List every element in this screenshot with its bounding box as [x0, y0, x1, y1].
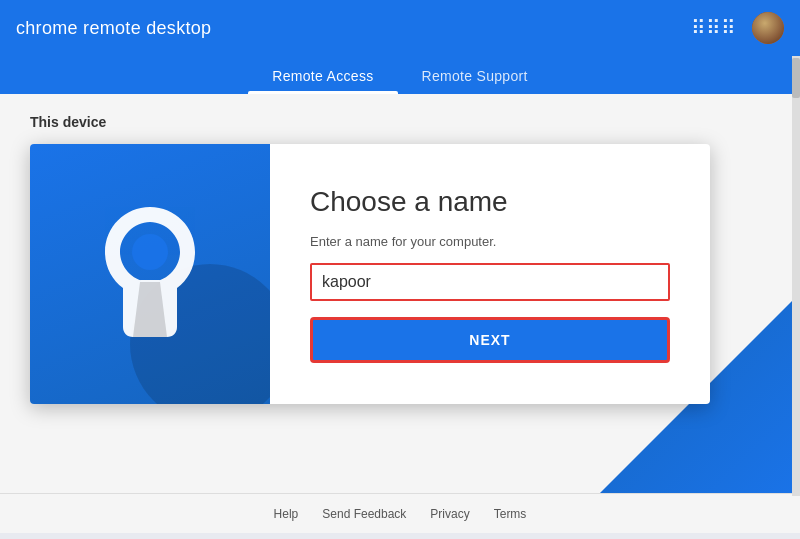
footer-link-send-feedback[interactable]: Send Feedback — [322, 507, 406, 521]
tab-navigation: Remote Access Remote Support — [0, 56, 800, 94]
app-title: chrome remote desktop — [16, 18, 211, 39]
footer-link-privacy[interactable]: Privacy — [430, 507, 469, 521]
wrench-icon — [85, 197, 215, 351]
tab-remote-support[interactable]: Remote Support — [398, 56, 552, 94]
card-title: Choose a name — [310, 186, 670, 218]
grid-icon[interactable]: ⠿⠿⠿ — [691, 16, 736, 40]
svg-point-1 — [132, 234, 168, 270]
card-subtitle: Enter a name for your computer. — [310, 234, 670, 249]
avatar[interactable] — [752, 12, 784, 44]
section-label: This device — [30, 114, 770, 130]
footer: Help Send Feedback Privacy Terms — [0, 493, 800, 533]
header-actions: ⠿⠿⠿ — [691, 12, 784, 44]
card-content: Choose a name Enter a name for your comp… — [270, 144, 710, 404]
main-content: This device — [0, 94, 800, 493]
scrollbar-thumb[interactable] — [792, 58, 800, 98]
choose-name-card: Choose a name Enter a name for your comp… — [30, 144, 710, 404]
app-title-group: chrome remote desktop — [16, 18, 211, 39]
scrollbar[interactable] — [792, 56, 800, 496]
app-header: chrome remote desktop ⠿⠿⠿ — [0, 0, 800, 56]
tab-remote-access[interactable]: Remote Access — [248, 56, 397, 94]
card-illustration — [30, 144, 270, 404]
computer-name-input[interactable] — [310, 263, 670, 301]
avatar-image — [752, 12, 784, 44]
footer-link-help[interactable]: Help — [274, 507, 299, 521]
footer-link-terms[interactable]: Terms — [494, 507, 527, 521]
next-button[interactable]: NEXT — [310, 317, 670, 363]
